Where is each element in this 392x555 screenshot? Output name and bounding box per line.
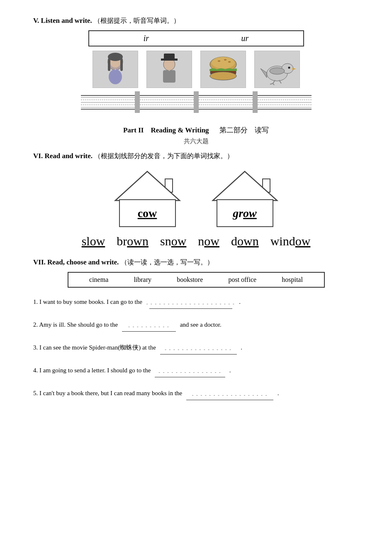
part-ii-header: Part II Reading & Writing 第二部分 读写 [33,125,359,135]
vertical-bar-1 [135,91,140,113]
image-girl [93,51,138,88]
writing-unit-1 [81,91,140,113]
person-hat-svg [151,53,188,86]
svg-rect-4 [120,59,123,71]
section-v-title: V. Listen and write. （根据提示，听音写单词。） [33,17,359,25]
svg-line-27 [270,83,273,84]
sentence-3-before: I can see the movie Spider-man(蜘蛛侠) at t… [39,344,156,351]
solid-line-5 [186,400,273,400]
word-window: window [270,234,311,248]
sentence-4-after: . [229,367,231,374]
dashes-top-4: - - - - - - - - - - - - - - - [158,367,221,377]
vertical-bar-3 [253,91,258,113]
lines-block-1[interactable] [81,95,135,110]
writing-unit-3 [199,91,258,113]
dashes-top-1: - - - - - - - - - - - - - - - - - - - - … [146,298,235,308]
word-slow: slow [82,234,105,248]
sentence-2-text: 2. Amy is ill. She should go to the - - … [33,318,359,332]
svg-line-28 [273,83,274,85]
image-burger [200,51,246,88]
svg-point-5 [109,69,122,84]
solid-line-2 [122,331,176,332]
svg-point-13 [212,57,235,68]
svg-marker-23 [261,68,267,78]
sentence-4: 4. I am going to send a letter. I should… [33,364,359,377]
lines-block-2[interactable] [140,95,194,110]
sentence-4-blank[interactable]: - - - - - - - - - - - - - - - [155,367,225,377]
word-brown: brown [117,234,149,248]
sentence-5-blank[interactable]: - - - - - - - - - - - - - - - - - - [186,390,273,400]
sentence-3: 3. I can see the movie Spider-man(蜘蛛侠) a… [33,341,359,355]
svg-rect-3 [108,59,110,71]
word-bank: cinema library bookstore post office hos… [68,272,325,288]
sentence-1-blank[interactable]: - - - - - - - - - - - - - - - - - - - - … [146,298,235,309]
house-grow: grow [209,167,281,227]
svg-point-15 [224,59,226,61]
section-vi: VI. Read and write. （根据划线部分的发音，为下面的单词找家。… [33,152,359,248]
dashes-top-2: - - - - - - - - - - [128,321,169,331]
girl-svg [97,53,134,86]
svg-point-22 [288,67,290,69]
dashes-top-3: - - - - - - - - - - - - - - - - [165,344,232,354]
houses-row: cow grow [33,167,359,227]
lines-block-3[interactable] [199,95,253,110]
part-ii-title: Reading & Writing [151,126,209,134]
sentence-3-num: 3. [33,344,39,351]
section-v: V. Listen and write. （根据提示，听音写单词。） ir ur [33,17,359,113]
svg-text:cow: cow [137,207,157,220]
svg-text:grow: grow [232,207,257,220]
writing-unit-4 [258,95,312,110]
sentence-4-before: I am going to send a letter. I should go… [39,367,151,374]
writing-unit-2 [140,91,199,113]
part-ii-subtitle: 共六大题 [33,137,359,145]
sentence-2: 2. Amy is ill. She should go to the - - … [33,318,359,332]
words-row: slow brown snow now down window [33,234,359,248]
wordbank-library: library [134,276,151,284]
part-ii-chinese-label: 第二部分 [219,126,248,134]
svg-point-24 [270,68,285,74]
word-down: down [231,234,259,248]
image-person-hat [146,51,192,88]
svg-marker-21 [292,68,296,70]
lines-block-4[interactable] [258,95,312,110]
sentence-5-text: 5. I can't buy a book there, but I can r… [33,386,359,400]
sentence-1-before: I want to buy some books. I can go to th… [39,298,142,305]
sentence-2-before: Amy is ill. She should go to the [39,321,118,328]
sentence-4-num: 4. [33,367,39,374]
house-cow-svg: cow [111,167,184,227]
wordbank-hospital: hospital [282,276,303,284]
solid-line-3 [160,354,237,355]
phonics-ur: ur [241,34,248,43]
vertical-bar-2 [194,91,199,113]
image-bird [254,51,300,88]
images-row [33,51,359,88]
wordbank-bookstore: bookstore [177,276,203,284]
sentence-5-num: 5. [33,390,39,396]
svg-point-16 [228,61,231,63]
part-ii-chinese-title: 读写 [255,126,269,134]
wordbank-postoffice: post office [228,276,256,284]
sentence-2-blank[interactable]: - - - - - - - - - - [122,321,176,332]
svg-point-14 [218,61,220,62]
sentence-3-blank[interactable]: - - - - - - - - - - - - - - - - [160,344,237,355]
sentence-3-after: . [241,344,242,351]
word-snow: snow [160,234,186,248]
sentence-1: 1. I want to buy some books. I can go to… [33,295,359,309]
svg-point-18 [210,72,236,80]
part-ii-label: Part II [123,126,144,134]
sentence-4-text: 4. I am going to send a letter. I should… [33,364,359,377]
sentence-1-text: 1. I want to buy some books. I can go to… [33,295,359,309]
svg-rect-10 [163,70,175,83]
sentence-2-num: 2. [33,321,39,328]
sentence-2-after: and see a doctor. [180,321,222,328]
bird-svg [258,53,296,86]
section-vi-title: VI. Read and write. （根据划线部分的发音，为下面的单词找家。… [33,152,359,161]
solid-line-1 [149,308,232,309]
phonics-ir: ir [144,34,149,43]
sentence-1-num: 1. [33,298,39,305]
sentence-5: 5. I can't buy a book there, but I can r… [33,386,359,400]
section-vii-title: VII. Read, choose and write. （读一读，选一选，写一… [33,258,359,267]
house-cow: cow [111,167,184,227]
sentence-1-after: . [239,298,241,305]
sentence-5-after: . [278,390,279,396]
